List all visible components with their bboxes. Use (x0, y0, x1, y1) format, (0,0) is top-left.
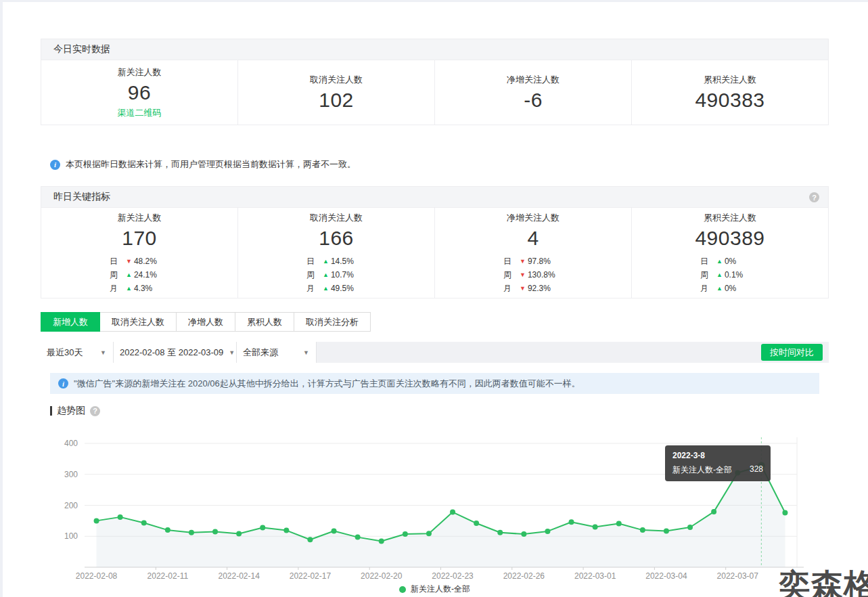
trend-pct: 24.1% (134, 270, 157, 280)
info-icon: i (50, 160, 60, 170)
date-preset-select[interactable]: 最近30天 ▼ (41, 342, 114, 363)
compare-by-time-button[interactable]: 按时间对比 (761, 344, 823, 361)
today-panel-body: 新关注人数 96 渠道二维码 取消关注人数 102 净增关注人数 -6 累积关注… (41, 60, 828, 125)
today-panel-header: 今日实时数据 (41, 39, 828, 60)
trend-rows: 日 ▼ 48.2% 周 ▲ 24.1% 月 ▲ 4.3% (110, 256, 169, 294)
trend-period: 日 (503, 256, 520, 267)
source-select[interactable]: 全部来源 ▼ (237, 342, 317, 363)
metric-label: 累积关注人数 (704, 74, 756, 86)
trend-pct: 130.8% (528, 270, 555, 280)
help-icon[interactable]: ? (90, 406, 100, 416)
trend-row-month: 月 ▲ 4.3% (110, 283, 169, 294)
metric-col-total-followers: 累积关注人数 490389 日 ▲ 0% 周 ▲ 0.1% 月 (632, 208, 828, 298)
help-icon[interactable]: ? (809, 192, 819, 202)
legend-marker-icon (399, 586, 406, 593)
svg-text:2022-02-14: 2022-02-14 (218, 571, 260, 581)
svg-text:2022-02-08: 2022-02-08 (76, 571, 118, 581)
tab-unfollow[interactable]: 取消关注人数 (99, 312, 177, 332)
trend-period: 月 (306, 283, 323, 294)
metric-col-unfollow: 取消关注人数 102 (238, 60, 435, 125)
trend-period: 周 (306, 269, 323, 281)
trend-arrow-icon: ▼ (520, 285, 526, 292)
trend-arrow-icon: ▲ (126, 271, 132, 278)
trend-chart-area: 1002003004002022-02-082022-02-112022-02-… (41, 433, 829, 597)
svg-text:300: 300 (64, 470, 78, 479)
date-range-select[interactable]: 2022-02-08 至 2022-03-09 ▼ (114, 342, 237, 363)
channel-qrcode-link[interactable]: 渠道二维码 (118, 107, 162, 119)
legend-label: 新关注人数-全部 (411, 583, 470, 595)
trend-arrow-icon: ▲ (716, 285, 723, 292)
trend-rows: 日 ▲ 14.5% 周 ▲ 10.7% 月 ▲ 49.5% (306, 256, 366, 294)
trend-period: 月 (503, 283, 520, 294)
tab-total[interactable]: 累积人数 (235, 312, 294, 332)
trend-period: 月 (110, 283, 126, 294)
svg-text:2022-02-20: 2022-02-20 (361, 571, 403, 581)
tab-new-followers[interactable]: 新增人数 (41, 312, 100, 332)
trend-pct: 49.5% (331, 284, 354, 293)
banner-text: "微信广告"来源的新增关注在 2020/06起从其他中拆分给出，计算方式与广告主… (74, 378, 580, 390)
page-edge-left (0, 0, 3, 597)
trend-pct: 10.7% (331, 270, 354, 280)
metric-col-net-growth: 净增关注人数 -6 (435, 60, 632, 125)
trend-pct: 48.2% (134, 257, 157, 266)
metric-label: 净增关注人数 (507, 212, 559, 224)
svg-text:2022-02-17: 2022-02-17 (290, 571, 332, 581)
yesterday-panel-body: 新关注人数 170 日 ▼ 48.2% 周 ▲ 24.1% 月 (41, 208, 828, 298)
metric-col-new-followers: 新关注人数 170 日 ▼ 48.2% 周 ▲ 24.1% 月 (41, 208, 238, 298)
trend-pct: 97.8% (528, 257, 551, 266)
notice-text: 本页根据昨日数据来计算，而用户管理页根据当前数据计算，两者不一致。 (66, 158, 356, 171)
tab-unfollow-analysis[interactable]: 取消关注分析 (294, 312, 371, 332)
svg-text:200: 200 (64, 501, 78, 510)
trend-period: 日 (306, 256, 323, 267)
trend-period: 周 (700, 269, 716, 281)
yesterday-metrics-panel: 昨日关键指标 ? 新关注人数 170 日 ▼ 48.2% 周 ▲ 24.1% (41, 186, 829, 298)
trend-period: 月 (700, 283, 716, 294)
metric-col-unfollow: 取消关注人数 166 日 ▲ 14.5% 周 ▲ 10.7% 月 (238, 208, 435, 298)
metric-label: 累积关注人数 (704, 212, 756, 224)
date-range-value: 2022-02-08 至 2022-03-09 (120, 347, 223, 359)
trend-arrow-icon: ▼ (520, 271, 526, 278)
metric-label: 新关注人数 (118, 212, 162, 224)
trend-arrow-icon: ▲ (716, 271, 723, 278)
metric-value: 166 (319, 227, 354, 250)
trend-chart-title: 趋势图 (57, 405, 85, 417)
metric-value: 170 (122, 227, 157, 250)
page-edge-top (0, 0, 868, 2)
trend-row-month: 月 ▲ 0% (700, 283, 760, 294)
trend-row-week: 周 ▼ 130.8% (503, 269, 563, 281)
svg-text:100: 100 (64, 531, 78, 541)
info-icon: i (58, 378, 68, 389)
chart-legend[interactable]: 新关注人数-全部 (41, 583, 829, 595)
metric-col-new-followers: 新关注人数 96 渠道二维码 (41, 60, 238, 125)
metric-value: -6 (524, 89, 543, 112)
svg-text:2022-03-01: 2022-03-01 (574, 571, 616, 581)
trend-period: 周 (503, 269, 520, 281)
tab-net-growth[interactable]: 净增人数 (176, 312, 235, 332)
metric-tabs: 新增人数 取消关注人数 净增人数 累积人数 取消关注分析 (41, 312, 371, 332)
source-value: 全部来源 (243, 347, 278, 359)
tooltip-value: 328 (750, 464, 763, 476)
trend-arrow-icon: ▲ (323, 271, 329, 278)
trend-arrow-icon: ▲ (323, 285, 329, 292)
trend-chart-header: 趋势图 ? (50, 405, 100, 417)
trend-arrow-icon: ▼ (520, 258, 526, 265)
today-panel-title: 今日实时数据 (53, 43, 110, 56)
metric-value: 4 (527, 227, 539, 250)
metric-value: 102 (319, 89, 354, 112)
tooltip-date: 2022-3-8 (672, 451, 763, 460)
svg-text:2022-02-11: 2022-02-11 (147, 571, 189, 581)
svg-text:400: 400 (64, 439, 78, 448)
trend-arrow-icon: ▲ (126, 285, 132, 292)
trend-period: 周 (110, 269, 126, 281)
trend-pct: 0% (725, 284, 736, 293)
chevron-down-icon: ▼ (100, 349, 106, 356)
trend-pct: 14.5% (331, 257, 354, 266)
yesterday-panel-title: 昨日关键指标 (53, 191, 110, 203)
metric-label: 净增关注人数 (507, 74, 559, 86)
svg-text:2022-02-23: 2022-02-23 (432, 571, 474, 581)
tooltip-series: 新关注人数-全部 (672, 464, 732, 476)
title-bar-decoration (50, 406, 52, 416)
filter-bar: 最近30天 ▼ 2022-02-08 至 2022-03-09 ▼ 全部来源 ▼… (41, 342, 829, 363)
wechat-ad-banner: i "微信广告"来源的新增关注在 2020/06起从其他中拆分给出，计算方式与广… (50, 373, 819, 394)
chart-tooltip: 2022-3-8 新关注人数-全部 328 (665, 445, 771, 481)
